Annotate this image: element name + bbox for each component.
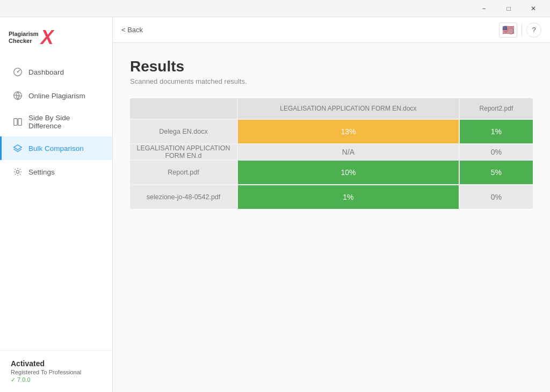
svg-rect-3 <box>14 119 17 126</box>
sidebar-item-side-by-side[interactable]: Side By Side Difference <box>0 107 112 136</box>
logo: Plagiarism Checker X <box>9 28 54 47</box>
titlebar: − □ ✕ <box>0 0 550 17</box>
logo-x: X <box>41 28 54 47</box>
main-content: < Back 🇺🇸 ? Results Scanned documents ma… <box>113 17 550 392</box>
cell-value-2-0: 10% <box>238 161 459 184</box>
table-row: LEGALISATION APPLICATION FORM EN.dN/A0% <box>130 144 533 160</box>
cell-0-1: 1% <box>459 119 533 144</box>
cell-3-1: 0% <box>459 185 533 209</box>
language-flag-button[interactable]: 🇺🇸 <box>499 23 517 38</box>
gear-icon <box>12 166 23 177</box>
page-title: Results <box>130 58 533 75</box>
page-subtitle: Scanned documents matched results. <box>130 77 533 85</box>
logo-area: Plagiarism Checker X <box>0 17 112 60</box>
cell-value-0-0: 13% <box>238 120 459 143</box>
sidebar-item-settings[interactable]: Settings <box>0 160 112 184</box>
col-header-empty <box>130 98 237 119</box>
row-label-0: Delega EN.docx <box>130 119 237 144</box>
version-label: ✓ 7.0.0 <box>11 376 102 383</box>
registered-label: Registered To Professional <box>11 369 102 375</box>
activated-label: Activated <box>11 359 102 368</box>
logo-line2: Checker <box>9 38 39 45</box>
cell-3-0: 1% <box>237 185 459 209</box>
logo-text-block: Plagiarism Checker <box>9 31 39 45</box>
topbar-right: 🇺🇸 ? <box>499 23 541 38</box>
topbar: < Back 🇺🇸 ? <box>113 17 550 43</box>
table-row: Delega EN.docx13%1% <box>130 119 533 144</box>
logo-line1: Plagiarism <box>9 31 39 38</box>
cell-value-0-1: 1% <box>460 120 533 143</box>
sidebar-footer: Activated Registered To Professional ✓ 7… <box>0 350 112 392</box>
columns-icon <box>12 117 23 127</box>
cell-2-1: 5% <box>459 160 533 185</box>
sidebar-item-online-plagiarism[interactable]: Online Plagiarism <box>0 84 112 107</box>
svg-marker-5 <box>14 145 21 150</box>
cell-2-0: 10% <box>237 160 459 185</box>
layers-icon <box>12 143 23 154</box>
dashboard-icon <box>12 67 23 77</box>
sidebar: Plagiarism Checker X Dashboard <box>0 17 113 392</box>
cell-1-0: N/A <box>237 144 459 160</box>
row-label-2: Report.pdf <box>130 160 237 185</box>
minimize-button[interactable]: − <box>472 0 496 17</box>
sidebar-label-dashboard: Dashboard <box>28 68 64 76</box>
table-row: Report.pdf10%5% <box>130 160 533 185</box>
help-button[interactable]: ? <box>526 23 541 38</box>
col-header-doc1: LEGALISATION APPLICATION FORM EN.docx <box>237 98 459 119</box>
sidebar-label-bulk-comparison: Bulk Comparison <box>28 144 84 153</box>
table-header-row: LEGALISATION APPLICATION FORM EN.docx Re… <box>130 98 533 119</box>
cell-0-0: 13% <box>237 119 459 144</box>
svg-point-1 <box>17 71 19 73</box>
topbar-divider <box>522 24 522 37</box>
cell-value-3-0: 1% <box>238 185 459 209</box>
maximize-button[interactable]: □ <box>496 0 521 17</box>
sidebar-label-online-plagiarism: Online Plagiarism <box>28 92 85 100</box>
sidebar-item-bulk-comparison[interactable]: Bulk Comparison <box>0 136 112 160</box>
page-area: Results Scanned documents matched result… <box>113 43 550 392</box>
row-label-3: selezione-jo-48-0542.pdf <box>130 185 237 209</box>
table-row: selezione-jo-48-0542.pdf1%0% <box>130 185 533 209</box>
cell-1-1: 0% <box>459 144 533 160</box>
cell-value-2-1: 5% <box>460 161 533 184</box>
svg-point-6 <box>16 170 19 173</box>
row-label-1: LEGALISATION APPLICATION FORM EN.d <box>130 144 237 160</box>
back-button[interactable]: < Back <box>121 26 143 34</box>
results-table: LEGALISATION APPLICATION FORM EN.docx Re… <box>130 98 533 209</box>
sidebar-label-side-by-side: Side By Side Difference <box>28 114 102 130</box>
col-header-doc2: Report2.pdf <box>459 98 533 119</box>
app-body: Plagiarism Checker X Dashboard <box>0 17 550 392</box>
sidebar-label-settings: Settings <box>28 168 55 176</box>
svg-rect-4 <box>18 119 21 126</box>
close-button[interactable]: ✕ <box>521 0 546 17</box>
globe-icon <box>12 90 23 101</box>
sidebar-item-dashboard[interactable]: Dashboard <box>0 60 112 84</box>
nav-items: Dashboard Online Plagiarism <box>0 60 112 350</box>
